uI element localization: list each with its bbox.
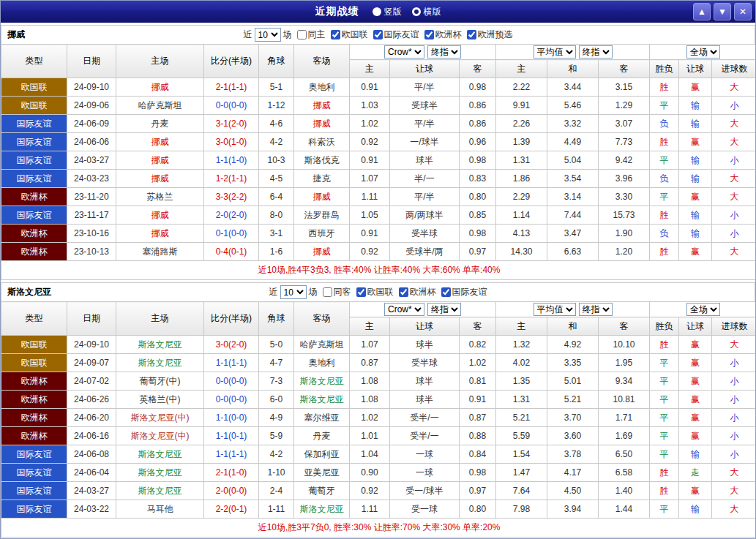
score[interactable]: 0-1(0-0) <box>204 225 259 243</box>
final-odds-select[interactable]: 终指 <box>427 303 461 316</box>
home-team[interactable]: 葡萄牙(中) <box>116 372 204 391</box>
match-count-select[interactable]: 10 <box>280 285 307 299</box>
away-team[interactable]: 斯洛伐克 <box>294 151 350 170</box>
score[interactable]: 0-0(0-0) <box>204 391 259 409</box>
away-team[interactable]: 捷克 <box>294 170 350 188</box>
league-filter[interactable]: 欧洲预选 <box>467 29 513 41</box>
away-team[interactable]: 斯洛文尼亚 <box>294 500 350 519</box>
final-odds-select[interactable]: 终指 <box>579 45 613 59</box>
home-team[interactable]: 英格兰(中) <box>116 391 204 409</box>
away-team[interactable]: 挪威 <box>294 115 350 133</box>
home-team[interactable]: 苏格兰 <box>116 188 204 206</box>
bookmaker-select[interactable]: Crow* <box>384 303 424 316</box>
league-filter[interactable]: 欧洲杯 <box>399 286 436 298</box>
away-team[interactable]: 法罗群岛 <box>294 206 350 225</box>
score[interactable]: 1-1(1-0) <box>204 151 259 170</box>
layout-radio-horizontal[interactable]: 横版 <box>412 6 441 18</box>
league-filter-checkbox[interactable] <box>467 30 476 39</box>
league-filter-checkbox[interactable] <box>356 287 366 297</box>
home-team[interactable]: 斯洛文尼亚 <box>116 445 204 464</box>
away-team[interactable]: 葡萄牙 <box>294 482 350 500</box>
home-team[interactable]: 斯洛文尼亚 <box>116 482 204 500</box>
same-venue-checkbox[interactable] <box>297 30 307 39</box>
away-team[interactable]: 挪威 <box>294 243 350 261</box>
home-team[interactable]: 斯洛文尼亚(中) <box>116 409 204 427</box>
away-team[interactable]: 科索沃 <box>294 133 350 151</box>
score[interactable]: 0-0(0-0) <box>204 372 259 391</box>
away-team[interactable]: 挪威 <box>294 188 350 206</box>
match-count-select[interactable]: 10 <box>255 28 281 42</box>
away-team[interactable]: 保加利亚 <box>294 445 350 464</box>
score[interactable]: 1-1(1-1) <box>204 354 259 372</box>
home-team[interactable]: 斯洛文尼亚(中) <box>116 427 204 445</box>
same-venue-filter[interactable]: 同客 <box>323 286 351 298</box>
league-filter[interactable]: 国际友谊 <box>441 286 487 298</box>
score[interactable]: 2-0(0-0) <box>204 482 259 500</box>
league-filter[interactable]: 欧国联 <box>356 286 394 298</box>
home-team[interactable]: 哈萨克斯坦 <box>116 97 204 115</box>
league-filter-checkbox[interactable] <box>399 287 408 297</box>
league-filter-checkbox[interactable] <box>424 30 434 39</box>
league-filter[interactable]: 国际友谊 <box>373 29 419 41</box>
home-team[interactable]: 挪威 <box>116 151 204 170</box>
average-select[interactable]: 平均值 <box>534 45 576 59</box>
corners: 4-2 <box>259 133 294 151</box>
home-team[interactable]: 斯洛文尼亚 <box>116 336 204 354</box>
league-filter[interactable]: 欧洲杯 <box>424 29 462 41</box>
score[interactable]: 3-0(1-0) <box>204 133 259 151</box>
score[interactable]: 1-1(0-0) <box>204 409 259 427</box>
away-team[interactable]: 奥地利 <box>294 78 350 97</box>
move-down-button[interactable]: ▼ <box>714 3 731 20</box>
final-odds-select[interactable]: 终指 <box>427 45 461 59</box>
same-venue-checkbox[interactable] <box>323 287 332 297</box>
home-team[interactable]: 挪威 <box>116 170 204 188</box>
home-team[interactable]: 挪威 <box>116 133 204 151</box>
average-select[interactable]: 平均值 <box>534 303 576 316</box>
layout-radio-vertical[interactable]: 竖版 <box>373 6 402 18</box>
match-scope-select[interactable]: 全场 <box>686 45 720 59</box>
league-filter-checkbox[interactable] <box>441 287 451 297</box>
score[interactable]: 2-0(2-0) <box>204 206 259 225</box>
score[interactable]: 1-2(1-1) <box>204 170 259 188</box>
away-team[interactable]: 斯洛文尼亚 <box>294 391 350 409</box>
odds-away: 0.88 <box>460 427 496 445</box>
final-odds-select[interactable]: 终指 <box>579 303 613 316</box>
bookmaker-select[interactable]: Crow* <box>384 45 424 59</box>
away-team[interactable]: 哈萨克斯坦 <box>294 336 350 354</box>
same-venue-filter[interactable]: 同主 <box>297 29 326 41</box>
score[interactable]: 3-0(2-0) <box>204 336 259 354</box>
league-filter-checkbox[interactable] <box>373 30 383 39</box>
score[interactable]: 2-1(1-1) <box>204 78 259 97</box>
home-team[interactable]: 挪威 <box>116 225 204 243</box>
score[interactable]: 1-1(0-1) <box>204 427 259 445</box>
away-team[interactable]: 丹麦 <box>294 427 350 445</box>
home-team[interactable]: 丹麦 <box>116 115 204 133</box>
away-team[interactable]: 亚美尼亚 <box>294 464 350 482</box>
league-filter[interactable]: 欧国联 <box>331 29 368 41</box>
avg-draw: 6.63 <box>547 243 599 261</box>
home-team[interactable]: 马耳他 <box>116 500 204 519</box>
score[interactable]: 0-0(0-0) <box>204 97 259 115</box>
score[interactable]: 3-3(2-2) <box>204 188 259 206</box>
home-team[interactable]: 挪威 <box>116 206 204 225</box>
away-team[interactable]: 塞尔维亚 <box>294 409 350 427</box>
score[interactable]: 1-1(1-1) <box>204 445 259 464</box>
home-team[interactable]: 斯洛文尼亚 <box>116 464 204 482</box>
score[interactable]: 2-1(1-0) <box>204 464 259 482</box>
score[interactable]: 2-2(0-1) <box>204 500 259 519</box>
column-header: 角球 <box>259 302 294 336</box>
home-team[interactable]: 塞浦路斯 <box>116 243 204 261</box>
home-team[interactable]: 斯洛文尼亚 <box>116 354 204 372</box>
score[interactable]: 3-1(2-0) <box>204 115 259 133</box>
away-team[interactable]: 西班牙 <box>294 225 350 243</box>
league-filter-checkbox[interactable] <box>331 30 340 39</box>
away-team[interactable]: 挪威 <box>294 97 350 115</box>
away-team[interactable]: 斯洛文尼亚 <box>294 372 350 391</box>
home-team[interactable]: 挪威 <box>116 78 204 97</box>
score[interactable]: 0-4(0-1) <box>204 243 259 261</box>
match-scope-select[interactable]: 全场 <box>686 303 720 316</box>
competition-type: 国际友谊 <box>1 170 67 188</box>
close-button[interactable]: ✕ <box>734 3 752 20</box>
away-team[interactable]: 奥地利 <box>294 354 350 372</box>
move-up-button[interactable]: ▲ <box>693 3 711 20</box>
